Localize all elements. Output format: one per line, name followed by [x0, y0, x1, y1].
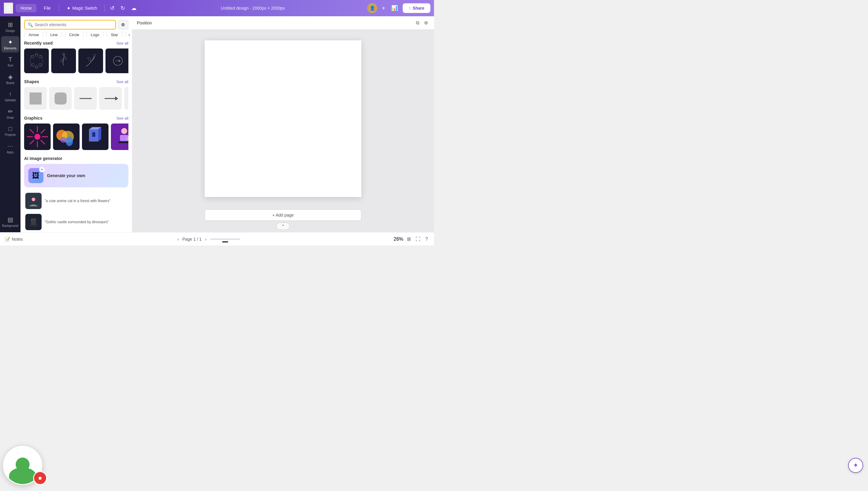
svg-line-23 — [41, 140, 45, 144]
graphic-item[interactable] — [111, 123, 129, 150]
svg-point-35 — [121, 128, 127, 134]
draw-label: Draw — [7, 116, 13, 119]
canvas-area: Position ⧉ ⊕ ↻ + Add page ⌃ — [132, 16, 434, 232]
notes-button[interactable]: 📝 Notes — [5, 237, 23, 241]
help-button[interactable]: ? — [424, 235, 429, 243]
recently-used-item[interactable] — [24, 49, 49, 73]
sidebar-item-design[interactable]: ⊞ Design — [1, 19, 19, 35]
graphic-item[interactable] — [53, 123, 80, 150]
brand-label: Brand — [6, 81, 15, 85]
uploads-icon: ↑ — [9, 91, 12, 97]
ai-header: AI image generator — [24, 156, 129, 161]
topbar-divider — [59, 4, 59, 12]
zoom-slider-thumb — [222, 241, 228, 242]
notes-label: Notes — [12, 237, 23, 241]
ai-plus-icon: + — [39, 167, 45, 172]
recently-used-item[interactable] — [51, 49, 76, 73]
search-input[interactable] — [35, 22, 112, 27]
page-info: ‹ Page 1 / 1 › — [27, 236, 390, 243]
svg-line-24 — [41, 129, 45, 134]
topbar-right: 👤 + 📊 ↑ Share — [367, 3, 430, 13]
add-page-button[interactable]: + Add page — [205, 209, 361, 221]
graphics-header: Graphics See all — [24, 116, 129, 120]
file-button[interactable]: File — [39, 4, 55, 12]
magic-switch-button[interactable]: ✦ Magic Switch — [63, 4, 101, 13]
sidebar-item-apps[interactable]: ⋯ Apps — [1, 140, 19, 156]
prev-page-button[interactable]: ‹ — [176, 236, 180, 243]
tag-arrow[interactable]: Arrow — [24, 32, 44, 37]
search-input-wrapper[interactable]: 🔍 — [24, 20, 116, 30]
next-page-button[interactable]: › — [204, 236, 208, 243]
background-label: Background — [2, 224, 18, 227]
ai-prompt-item2[interactable]: "Gothic castle surrounded by dinosaurs" — [24, 211, 129, 232]
add-position-button[interactable]: ⊕ — [423, 19, 429, 27]
magic-switch-label: Magic Switch — [72, 6, 97, 10]
shape-arrow[interactable] — [99, 87, 122, 110]
undo-button[interactable]: ↺ — [108, 3, 116, 13]
ai-prompt-item[interactable]: "a cute anime cat in a forest with flowe… — [24, 191, 129, 211]
filter-button[interactable]: ⚙ — [118, 20, 129, 30]
copy-position-button[interactable]: ⧉ — [415, 19, 420, 27]
recently-used-item[interactable] — [106, 49, 129, 73]
recently-used-item[interactable] — [78, 49, 103, 73]
svg-point-3 — [38, 63, 43, 66]
svg-rect-37 — [118, 142, 129, 143]
tag-circle[interactable]: Circle — [65, 32, 84, 37]
home-button[interactable]: Home — [16, 4, 36, 12]
elements-label: Elements — [4, 47, 17, 50]
sidebar-item-uploads[interactable]: ↑ Uploads — [1, 88, 19, 104]
magic-switch-icon: ✦ — [66, 5, 71, 11]
sidebar-item-background[interactable]: ▤ Background — [1, 213, 19, 230]
avatar[interactable]: 👤 — [367, 3, 377, 13]
topbar-divider2 — [104, 4, 105, 12]
sidebar-item-elements[interactable]: ✦ Elements — [1, 36, 19, 52]
main-content: ⊞ Design ✦ Elements T Text ◈ Brand ↑ Upl… — [0, 16, 434, 232]
hide-panel-button[interactable]: ‹ — [129, 117, 132, 132]
shapes-title: Shapes — [24, 79, 39, 84]
graphics-see-all[interactable]: See all — [116, 116, 129, 120]
cloud-save-button[interactable]: ☁ — [129, 3, 138, 13]
sidebar-item-projects[interactable]: □ Projects — [1, 123, 19, 139]
graphic-item[interactable] — [82, 123, 109, 150]
zoom-slider-track — [210, 238, 240, 240]
recently-used-see-all[interactable]: See all — [116, 41, 129, 46]
grid-view-button[interactable]: ⊞ — [406, 235, 412, 243]
shapes-grid: › — [24, 87, 129, 110]
brand-icon: ◈ — [8, 73, 13, 80]
projects-icon: □ — [8, 125, 12, 132]
svg-marker-33 — [98, 127, 101, 141]
share-button[interactable]: ↑ Share — [403, 3, 430, 13]
sidebar-item-draw[interactable]: ✏ Draw — [1, 106, 19, 122]
shape-circle[interactable] — [124, 87, 129, 110]
redo-button[interactable]: ↻ — [119, 3, 127, 13]
menu-icon[interactable]: ☰ — [4, 2, 13, 14]
recently-used-title: Recently used — [24, 41, 53, 46]
add-collaborator-button[interactable]: + — [380, 4, 386, 13]
sidebar-item-brand[interactable]: ◈ Brand — [1, 71, 19, 87]
svg-point-2 — [38, 55, 43, 58]
stats-button[interactable]: 📊 — [389, 3, 400, 13]
shape-rounded-square[interactable] — [49, 87, 72, 110]
svg-point-17 — [34, 134, 40, 140]
shape-square[interactable] — [24, 87, 47, 110]
ai-prompt-thumb2 — [25, 214, 41, 230]
svg-point-0 — [30, 55, 43, 67]
tags-next-button[interactable]: › — [125, 32, 132, 37]
uploads-label: Uploads — [5, 98, 16, 102]
fullscreen-button[interactable]: ⛶ — [414, 235, 422, 243]
apps-icon: ⋯ — [7, 143, 13, 150]
graphic-item[interactable] — [24, 123, 51, 150]
ai-generate-card[interactable]: 🖼 + Generate your own — [24, 164, 129, 187]
tag-line[interactable]: Line — [46, 32, 62, 37]
canvas-page[interactable] — [205, 40, 361, 197]
shapes-see-all[interactable]: See all — [116, 80, 129, 84]
sidebar-item-text[interactable]: T Text — [1, 54, 19, 69]
shape-line[interactable] — [74, 87, 97, 110]
zoom-value: 26% — [394, 236, 403, 242]
show-pages-button[interactable]: ⌃ — [276, 223, 290, 230]
tag-star[interactable]: Star — [106, 32, 123, 37]
add-page-bar: + Add page — [132, 207, 434, 223]
tag-logo[interactable]: Logo — [86, 32, 104, 37]
canvas-wrapper[interactable]: ↻ — [132, 30, 434, 207]
notes-icon: 📝 — [5, 237, 10, 241]
